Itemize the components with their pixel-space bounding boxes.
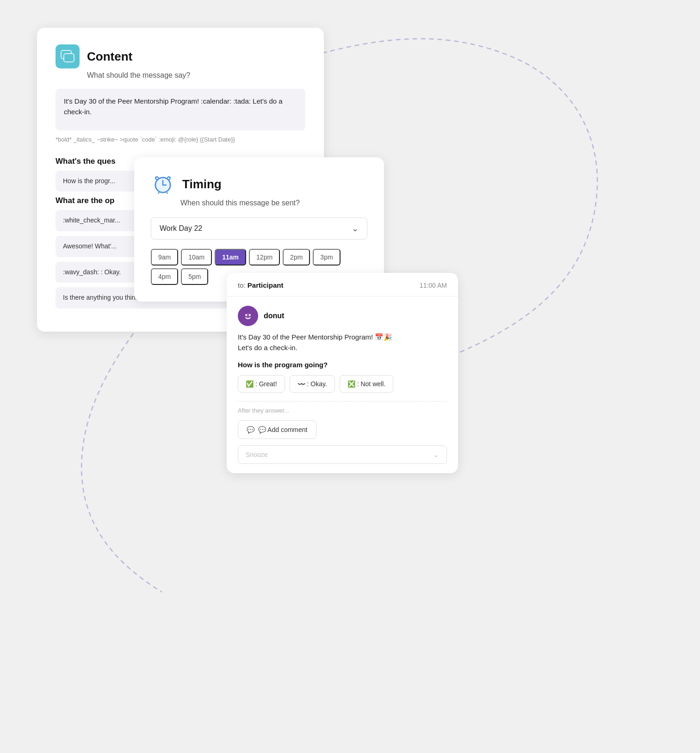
time-slot-3pm[interactable]: 3pm: [313, 249, 340, 265]
preview-question-text: How is the program going?: [238, 361, 447, 369]
time-slot-4pm[interactable]: 4pm: [151, 268, 178, 285]
sender-row: donut: [238, 306, 447, 326]
chat-icon: [56, 44, 80, 68]
time-slot-11am[interactable]: 11am: [215, 249, 246, 265]
workday-dropdown[interactable]: Work Day 22 ⌄: [151, 217, 367, 240]
content-title: Content: [87, 49, 132, 64]
time-slot-9am[interactable]: 9am: [151, 249, 178, 265]
preview-message-text: It's Day 30 of the Peer Mentorship Progr…: [238, 332, 447, 353]
snooze-dropdown[interactable]: Snooze ⌄: [238, 445, 447, 464]
svg-point-13: [245, 314, 247, 316]
donut-avatar: [238, 306, 258, 326]
chevron-down-icon: ⌄: [352, 223, 359, 234]
message-content-box[interactable]: It's Day 30 of the Peer Mentorship Progr…: [56, 89, 305, 130]
content-card-header: Content: [56, 44, 305, 68]
workday-dropdown-label: Work Day 22: [160, 224, 202, 233]
comment-icon: 💬: [247, 426, 254, 433]
preview-card: to: Participant 11:00 AM donut It's Day …: [227, 273, 458, 473]
time-slot-10am[interactable]: 10am: [181, 249, 212, 265]
time-slot-5pm[interactable]: 5pm: [181, 268, 208, 285]
sender-name: donut: [264, 312, 284, 320]
after-answer-label: After they answer...: [238, 401, 447, 414]
answer-notwell-button[interactable]: ❎ : Not well.: [340, 375, 393, 393]
timing-card-header: Timing: [151, 172, 367, 196]
snooze-placeholder: Snooze: [246, 451, 267, 458]
svg-line-10: [166, 192, 167, 193]
answer-great-button[interactable]: ✅ : Great!: [238, 375, 285, 393]
alarm-clock-icon: [151, 172, 175, 196]
timing-subtitle: When should this message be sent?: [180, 199, 367, 207]
preview-to-label: to: Participant: [238, 281, 283, 289]
preview-header: to: Participant 11:00 AM: [227, 273, 458, 296]
snooze-chevron-icon: ⌄: [434, 451, 439, 458]
answer-buttons-row: ✅ : Great! 〰️ : Okay. ❎ : Not well.: [238, 375, 447, 393]
timing-title: Timing: [182, 177, 222, 191]
svg-point-14: [249, 314, 251, 316]
time-slot-2pm[interactable]: 2pm: [283, 249, 310, 265]
preview-recipient: Participant: [248, 281, 284, 289]
svg-rect-3: [64, 54, 74, 62]
add-comment-button[interactable]: 💬 💬 Add comment: [238, 420, 316, 439]
svg-line-9: [158, 192, 160, 193]
preview-to-field: to: Participant: [238, 281, 283, 290]
content-subtitle: What should the message say?: [87, 71, 305, 80]
preview-timestamp: 11:00 AM: [420, 282, 447, 289]
time-slot-12pm[interactable]: 12pm: [249, 249, 280, 265]
answer-okay-button[interactable]: 〰️ : Okay.: [290, 375, 335, 393]
formatting-hints: *bold* _italics_ ~strike~ >quote `code` …: [56, 135, 305, 145]
add-comment-label: 💬 Add comment: [258, 426, 308, 433]
preview-body: donut It's Day 30 of the Peer Mentorship…: [227, 296, 458, 473]
